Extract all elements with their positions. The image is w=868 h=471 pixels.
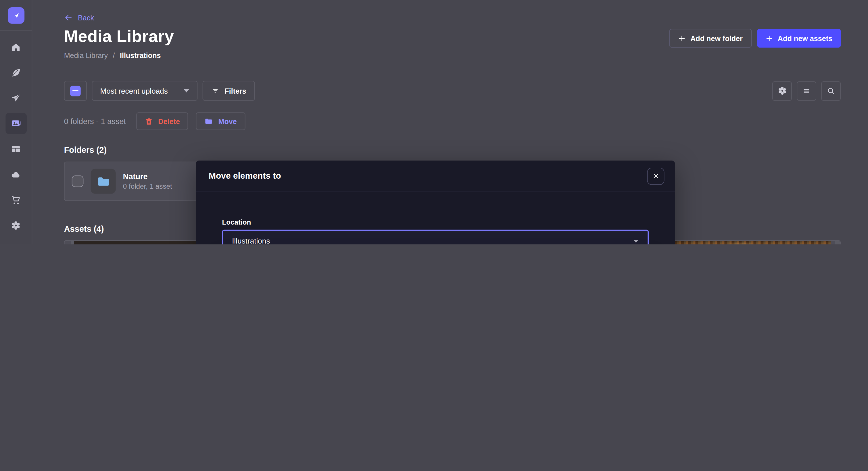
sidebar-item-marketplace[interactable]	[5, 189, 26, 210]
folder-meta: 0 folder, 1 asset	[123, 183, 172, 191]
back-link[interactable]: Back	[64, 13, 94, 22]
add-new-assets-label: Add new assets	[778, 34, 832, 42]
sort-select[interactable]: Most recent uploads	[92, 81, 197, 101]
selection-summary: 0 folders - 1 asset	[64, 117, 126, 126]
folder-thumb	[91, 169, 116, 194]
trash-icon	[145, 117, 153, 126]
sidebar-item-settings[interactable]	[5, 215, 26, 236]
view-settings-button[interactable]	[772, 81, 792, 100]
modal-body: Location Illustrations	[196, 192, 675, 244]
arrow-left-icon	[64, 13, 73, 22]
toolbar: Most recent uploads Filters	[64, 81, 841, 101]
add-new-folder-button[interactable]: Add new folder	[670, 29, 752, 48]
search-button[interactable]	[821, 81, 841, 100]
strapi-logo-icon[interactable]	[7, 7, 24, 24]
search-icon	[826, 86, 836, 96]
filter-icon	[211, 87, 220, 95]
move-label: Move	[218, 117, 237, 126]
home-icon	[11, 42, 21, 53]
folders-heading: Folders (2)	[64, 145, 841, 155]
select-all-checkbox[interactable]	[64, 81, 87, 101]
sidebar-nav	[5, 36, 26, 236]
indeterminate-checkbox-icon	[70, 86, 81, 96]
add-new-folder-label: Add new folder	[690, 34, 743, 42]
layout-icon	[11, 144, 21, 154]
location-label: Location	[222, 218, 649, 226]
sidebar: KD	[0, 0, 32, 244]
chevron-down-icon	[634, 239, 638, 242]
filters-button[interactable]: Filters	[202, 81, 255, 101]
sidebar-item-release[interactable]	[5, 87, 26, 108]
breadcrumb: Media Library / Illustrations	[64, 52, 841, 60]
asset-card[interactable]: the-internet-s-own-boy JPEG - 1200X707 I…	[654, 240, 841, 244]
plus-icon	[678, 34, 685, 42]
feather-icon	[11, 67, 21, 78]
cart-icon	[11, 195, 21, 205]
plus-icon	[765, 34, 773, 42]
move-elements-modal: Move elements to Location Illustrations …	[196, 161, 675, 244]
filters-label: Filters	[224, 87, 246, 95]
close-icon	[652, 173, 659, 179]
folder-checkbox[interactable]	[72, 175, 84, 187]
folder-name: Nature	[123, 172, 172, 181]
gear-icon	[11, 220, 21, 231]
chevron-down-icon	[183, 89, 189, 93]
location-select[interactable]: Illustrations	[222, 230, 649, 244]
delete-label: Delete	[158, 117, 180, 126]
modal-title: Move elements to	[209, 171, 281, 181]
page-title: Media Library	[64, 27, 174, 46]
app: KD Back Media Library Add new folder Add…	[0, 0, 868, 244]
sidebar-item-deploy[interactable]	[5, 164, 26, 185]
sidebar-item-media-library[interactable]	[5, 113, 26, 134]
gear-icon	[777, 86, 787, 96]
sidebar-divider	[0, 30, 32, 31]
close-button[interactable]	[647, 167, 664, 185]
add-new-assets-button[interactable]: Add new assets	[757, 29, 841, 48]
back-label: Back	[78, 13, 94, 22]
folder-icon	[204, 117, 213, 126]
modal-header: Move elements to	[196, 161, 675, 192]
header-actions: Add new folder Add new assets	[670, 29, 841, 48]
sidebar-item-content-manager[interactable]	[5, 62, 26, 83]
breadcrumb-root[interactable]: Media Library	[64, 52, 108, 60]
location-value: Illustrations	[232, 237, 270, 244]
asset-thumbnail	[655, 241, 840, 244]
cloud-icon	[11, 169, 21, 180]
folder-icon	[96, 174, 111, 189]
breadcrumb-current: Illustrations	[120, 52, 161, 60]
delete-button[interactable]: Delete	[136, 112, 188, 130]
media-library-icon	[10, 118, 22, 129]
list-view-button[interactable]	[797, 81, 816, 100]
selection-bar: 0 folders - 1 asset Delete Move	[64, 112, 841, 130]
sort-value: Most recent uploads	[100, 87, 167, 95]
sidebar-item-home[interactable]	[5, 36, 26, 58]
list-icon	[802, 86, 811, 96]
sidebar-item-content-type-builder[interactable]	[5, 138, 26, 159]
move-button[interactable]: Move	[196, 112, 245, 130]
library-image	[664, 241, 831, 244]
paper-plane-icon	[11, 93, 21, 103]
breadcrumb-separator: /	[113, 52, 115, 60]
